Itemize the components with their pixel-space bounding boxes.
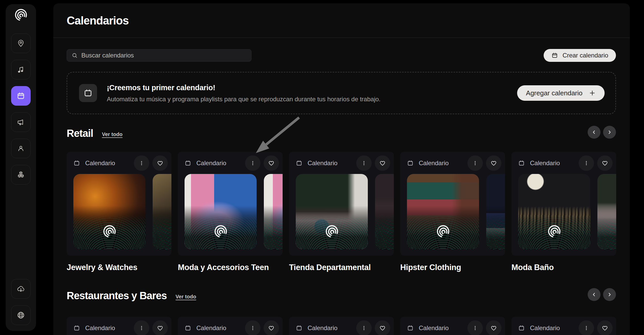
calendar-icon — [73, 325, 80, 331]
sidebar-item-downloads[interactable] — [11, 279, 31, 299]
card-menu-button[interactable] — [245, 320, 260, 335]
card-type-label: Calendario — [308, 160, 337, 167]
create-calendar-label: Crear calendario — [563, 52, 608, 59]
card-type-label: Calendario — [196, 324, 226, 332]
calendar-card[interactable]: Calendario — [400, 152, 505, 272]
card-next-photo-sliver — [264, 174, 283, 249]
calendar-icon — [83, 88, 93, 98]
soundwave-pattern — [375, 215, 394, 249]
card-title: Moda y Accesorios Teen — [178, 263, 283, 272]
sidebar-item-language[interactable] — [11, 305, 31, 325]
heart-icon — [268, 160, 275, 167]
card-favorite-button[interactable] — [375, 155, 390, 171]
sidebar-bottom-nav — [11, 279, 31, 325]
calendar-icon — [185, 325, 191, 331]
carousel-prev-button[interactable] — [588, 288, 601, 301]
banner-subtitle: Automatiza tu música y programa playlist… — [107, 96, 517, 103]
card-favorite-button[interactable] — [152, 320, 168, 335]
sidebar-item-apps[interactable] — [11, 165, 31, 185]
globe-icon — [17, 311, 25, 319]
sidebar-item-account[interactable] — [11, 139, 31, 158]
soundwave-pattern — [264, 215, 283, 249]
card-next-photo-sliver — [375, 174, 394, 249]
soundwave-pattern — [153, 215, 171, 249]
card-cover-photo — [518, 174, 590, 249]
kebab-menu-icon — [472, 160, 478, 166]
card-title: Moda Baño — [511, 263, 616, 272]
calendar-icon — [518, 160, 525, 166]
calendar-card[interactable]: Calendario — [178, 152, 283, 272]
card-title: Tienda Departamental — [289, 263, 394, 272]
card-favorite-button[interactable] — [264, 155, 279, 171]
see-all-link[interactable]: Ver todo — [102, 131, 123, 137]
page-title: Calendarios — [67, 14, 129, 27]
calendar-card[interactable]: Calendario — [178, 317, 283, 335]
calendar-icon — [551, 52, 558, 59]
heart-icon — [268, 324, 275, 332]
soundtrack-spiral-logo-icon[interactable] — [13, 7, 29, 23]
card-cover-photo — [407, 174, 479, 249]
search-input[interactable] — [81, 52, 247, 59]
card-menu-button[interactable] — [134, 155, 149, 171]
carousel-next-button[interactable] — [603, 126, 616, 139]
card-type-label: Calendario — [419, 160, 449, 167]
card-cover-photo — [296, 174, 368, 249]
card-favorite-button[interactable] — [152, 155, 168, 171]
chevron-right-icon — [607, 129, 612, 135]
sidebar-item-locations[interactable] — [11, 34, 31, 53]
card-favorite-button[interactable] — [486, 320, 501, 335]
kebab-menu-icon — [138, 325, 145, 331]
calendar-card[interactable]: Calendario — [289, 317, 394, 335]
card-favorite-button[interactable] — [375, 320, 390, 335]
sidebar-item-music[interactable] — [11, 60, 31, 79]
cloud-download-icon — [17, 285, 25, 293]
card-cover-photo — [73, 174, 145, 249]
sidebar-item-announcements[interactable] — [11, 112, 31, 132]
search-box[interactable] — [67, 49, 251, 62]
calendar-icon — [185, 160, 191, 166]
card-title: Hipster Clothing — [400, 263, 505, 272]
kebab-menu-icon — [472, 325, 478, 331]
calendar-icon — [16, 91, 25, 100]
banner-title: ¡Creemos tu primer calendario! — [107, 83, 517, 92]
card-type-label: Calendario — [85, 324, 115, 332]
music-note-icon — [17, 65, 25, 74]
card-type-label: Calendario — [419, 324, 449, 332]
card-menu-button[interactable] — [579, 155, 594, 171]
chevron-left-icon — [591, 129, 597, 135]
card-favorite-button[interactable] — [264, 320, 279, 335]
create-calendar-button[interactable]: Crear calendario — [544, 49, 616, 62]
heart-icon — [379, 324, 386, 332]
location-pin-icon — [17, 39, 25, 47]
card-menu-button[interactable] — [579, 320, 594, 335]
card-menu-button[interactable] — [467, 155, 483, 171]
card-menu-button[interactable] — [134, 320, 149, 335]
heart-icon — [601, 324, 608, 332]
heart-icon — [156, 160, 164, 167]
card-favorite-button[interactable] — [486, 155, 501, 171]
calendar-card[interactable]: Calendario — [511, 152, 616, 272]
card-menu-button[interactable] — [356, 320, 372, 335]
add-calendar-label: Agregar calendario — [526, 89, 582, 97]
calendar-card[interactable]: Calendario — [67, 317, 171, 335]
sidebar-nav — [11, 34, 31, 185]
calendar-card[interactable]: Calendario — [289, 152, 394, 272]
see-all-link[interactable]: Ver todo — [176, 294, 196, 300]
calendar-card[interactable]: Calendario — [400, 317, 505, 335]
add-calendar-button[interactable]: Agregar calendario — [517, 85, 605, 101]
card-favorite-button[interactable] — [597, 155, 613, 171]
sidebar-item-calendars[interactable] — [11, 86, 31, 106]
carousel-prev-button[interactable] — [588, 126, 601, 139]
calendar-card[interactable]: Calendario — [67, 152, 171, 272]
card-menu-button[interactable] — [356, 155, 372, 171]
kebab-menu-icon — [250, 160, 256, 166]
person-icon — [17, 144, 25, 153]
card-menu-button[interactable] — [245, 155, 260, 171]
kebab-menu-icon — [138, 160, 145, 166]
card-menu-button[interactable] — [467, 320, 483, 335]
calendar-card[interactable]: Calendario — [511, 317, 616, 335]
carousel-next-button[interactable] — [603, 288, 616, 301]
kebab-menu-icon — [583, 325, 589, 331]
card-favorite-button[interactable] — [597, 320, 613, 335]
heart-icon — [490, 160, 497, 167]
